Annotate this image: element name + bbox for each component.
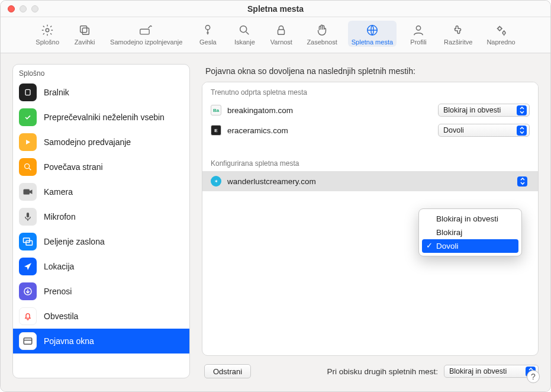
content-heading: Pojavna okna so dovoljena na naslednjih …: [202, 64, 539, 82]
tab-search[interactable]: Iskanje: [230, 21, 259, 47]
sidebar-item-label: Mikrofon: [44, 212, 76, 221]
tab-advanced[interactable]: Napredno: [483, 21, 518, 47]
svg-point-9: [498, 27, 501, 31]
site-setting-select[interactable]: Blokiraj in obvesti: [438, 104, 530, 117]
sidebar-item-reader[interactable]: Bralnik: [13, 80, 189, 105]
tab-autofill[interactable]: Samodejno izpolnjevanje: [107, 21, 186, 47]
tab-general[interactable]: Splošno: [32, 21, 63, 47]
sidebar-item-downloads[interactable]: Prenosi: [13, 279, 189, 304]
tab-label: Iskanje: [234, 38, 255, 46]
site-favicon: E: [211, 125, 221, 136]
sidebar-item-location[interactable]: Lokacija: [13, 254, 189, 279]
dropdown-option[interactable]: Blokiraj in obvesti: [422, 212, 518, 226]
sidebar-item-popups[interactable]: Pojavna okna: [13, 329, 189, 354]
dropdown-option[interactable]: Dovoli: [422, 239, 518, 253]
tab-label: Zasebnost: [307, 38, 337, 46]
tab-security[interactable]: Varnost: [266, 21, 296, 47]
bell-icon: [19, 307, 37, 325]
svg-rect-6: [278, 30, 285, 34]
tab-tabs[interactable]: Zavihki: [70, 21, 99, 47]
help-button[interactable]: ?: [527, 370, 540, 383]
chevron-updown-icon: [517, 126, 527, 136]
sidebar-item-microphone[interactable]: Mikrofon: [13, 204, 189, 229]
shield-check-icon: [19, 108, 37, 126]
svg-point-0: [46, 28, 49, 32]
sidebar-item-label: Obvestila: [44, 311, 78, 321]
select-value: Blokiraj in obvesti: [449, 367, 507, 375]
site-setting-dropdown: Blokiraj in obvesti Blokiraj Dovoli: [418, 208, 522, 256]
gears-icon: [494, 23, 508, 37]
dropdown-option[interactable]: Blokiraj: [422, 226, 518, 239]
sidebar-item-label: Kamera: [44, 187, 73, 197]
sidebar-item-page-zoom[interactable]: Povečava strani: [13, 155, 189, 179]
sidebar-item-content-blockers[interactable]: Preprečevalniki neželenih vsebin: [13, 105, 189, 130]
titlebar: Spletna mesta: [1, 1, 550, 17]
svg-point-12: [25, 164, 30, 169]
download-icon: [19, 282, 37, 300]
site-domain: wanderlustcreamery.com: [227, 177, 316, 186]
tab-label: Spletna mesta: [352, 38, 393, 46]
tab-extensions[interactable]: Razširitve: [440, 21, 476, 47]
svg-point-8: [416, 26, 420, 30]
sidebar-item-label: Deljenje zaslona: [44, 237, 105, 246]
tab-privacy[interactable]: Zasebnost: [303, 21, 340, 47]
other-sites-select[interactable]: Blokiraj in obvesti: [444, 365, 539, 378]
site-domain: eraceramics.com: [227, 126, 288, 135]
sidebar-item-label: Prenosi: [44, 287, 72, 296]
chevron-updown-icon: [517, 105, 527, 115]
tab-label: Zavihki: [75, 38, 95, 46]
search-icon: [237, 23, 252, 37]
globe-icon: [365, 23, 379, 37]
site-row[interactable]: ✶ wanderlustcreamery.com: [202, 171, 538, 191]
tab-profiles[interactable]: Profili: [404, 21, 433, 47]
group-header-configured-sites: Konfigurirana spletna mesta: [202, 153, 538, 171]
site-row[interactable]: E eraceramics.com Dovoli: [202, 120, 538, 140]
site-favicon: ✶: [211, 176, 221, 187]
tab-websites[interactable]: Spletna mesta: [348, 21, 397, 47]
autofill-icon: [139, 23, 153, 37]
group-header-open-sites: Trenutno odprta spletna mesta: [202, 82, 538, 100]
sidebar-item-camera[interactable]: Kamera: [13, 179, 189, 204]
tab-label: Napredno: [486, 38, 515, 46]
svg-point-4: [206, 25, 210, 30]
tab-label: Splošno: [36, 38, 59, 46]
gear-icon: [40, 23, 54, 37]
tab-label: Profili: [410, 38, 427, 46]
puzzle-icon: [451, 23, 465, 37]
site-setting-select[interactable]: [438, 175, 530, 188]
site-domain: breakingatom.com: [227, 106, 293, 115]
play-icon: [19, 133, 37, 151]
other-sites-label: Pri obisku drugih spletnih mest:: [327, 367, 438, 376]
sidebar-item-label: Samodejno predvajanje: [44, 137, 131, 147]
camera-icon: [19, 183, 37, 201]
select-value: Dovoli: [443, 126, 464, 134]
svg-rect-18: [24, 338, 32, 345]
svg-rect-13: [24, 189, 30, 195]
svg-point-5: [240, 26, 247, 33]
screens-icon: [19, 233, 37, 250]
bottom-controls: Odstrani Pri obisku drugih spletnih mest…: [202, 356, 539, 378]
sidebar-items: Bralnik Preprečevalniki neželenih vsebin…: [13, 80, 189, 354]
svg-rect-3: [140, 29, 149, 34]
sidebar-item-autoplay[interactable]: Samodejno predvajanje: [13, 130, 189, 155]
site-setting-select[interactable]: Dovoli: [438, 124, 530, 137]
sidebar-item-screen-sharing[interactable]: Deljenje zaslona: [13, 229, 189, 254]
svg-rect-14: [27, 213, 29, 217]
hand-icon: [315, 23, 329, 37]
sidebar-item-notifications[interactable]: Obvestila: [13, 304, 189, 329]
microphone-icon: [19, 208, 37, 226]
remove-button[interactable]: Odstrani: [204, 364, 251, 378]
sidebar-item-label: Pojavna okna: [44, 336, 94, 346]
site-favicon: Ba: [211, 105, 221, 115]
magnify-icon: [19, 158, 37, 176]
window-icon: [19, 332, 37, 350]
svg-point-10: [502, 31, 505, 34]
person-icon: [411, 23, 426, 37]
tabs-icon: [78, 23, 92, 37]
tab-passwords[interactable]: Gesla: [193, 21, 223, 47]
preferences-toolbar: Splošno Zavihki Samodejno izpolnjevanje …: [1, 17, 550, 53]
key-icon: [201, 23, 215, 37]
tab-label: Samodejno izpolnjevanje: [110, 38, 182, 46]
site-row[interactable]: Ba breakingatom.com Blokiraj in obvesti: [202, 100, 538, 120]
tab-label: Varnost: [270, 38, 292, 46]
